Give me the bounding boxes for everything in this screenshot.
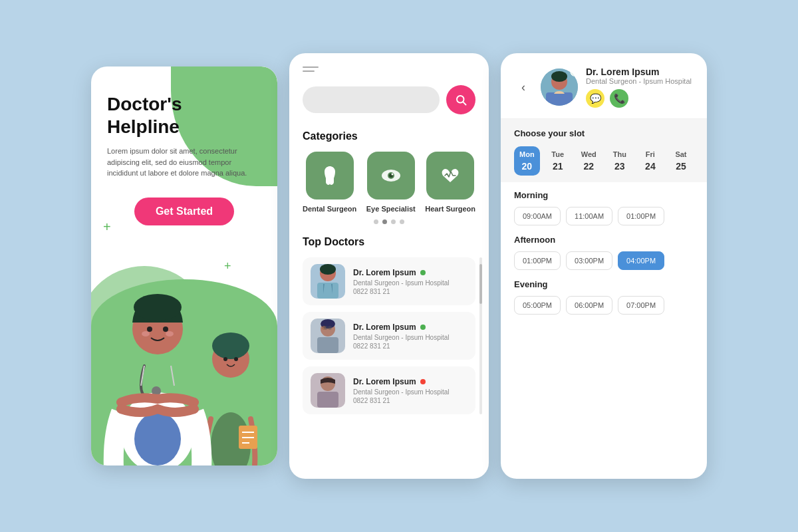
morning-slot-3[interactable]: 01:00PM — [618, 207, 664, 225]
svg-point-10 — [134, 412, 181, 466]
screen-3: ‹ Dr. Lorem Ipsum Dental Surgeo — [501, 53, 707, 479]
doctor-name-2: Dr. Lorem Ipsum — [353, 323, 416, 332]
get-started-button[interactable]: Get Started — [134, 198, 234, 225]
doctor-specialty-3: Dental Surgeon - Ipsum Hospital — [353, 388, 467, 396]
search-button[interactable] — [446, 85, 475, 114]
day-mon[interactable]: Mon 20 — [514, 146, 540, 176]
svg-rect-34 — [317, 392, 338, 408]
doc-info-header: Dr. Lorem Ipsum Dental Surgeon - Ipsum H… — [586, 66, 694, 108]
doctor-illustration — [91, 266, 277, 466]
doctor-phone-3: 0822 831 21 — [353, 397, 467, 404]
evening-slot-3[interactable]: 07:00PM — [618, 296, 664, 315]
doctor-phone-2: 0822 831 21 — [353, 342, 467, 350]
back-button[interactable]: ‹ — [514, 78, 533, 96]
day-num-tue: 21 — [553, 161, 563, 172]
svg-point-15 — [142, 331, 150, 336]
doctor-name-row-1: Dr. Lorem Ipsum — [353, 268, 467, 277]
day-num-sat: 25 — [676, 161, 686, 172]
day-label-mon: Mon — [519, 150, 535, 158]
doctor-name-row-2: Dr. Lorem Ipsum — [353, 323, 467, 332]
day-label-fri: Fri — [646, 150, 655, 158]
days-row: Mon 20 Tue 21 Wed 22 Thu 23 — [514, 146, 694, 176]
screen-2: Categories Dental Surgeon — [289, 53, 489, 479]
doctor-card-1[interactable]: Dr. Lorem Ipsum Dental Surgeon - Ipsum H… — [303, 257, 475, 305]
doctor-phone-1: 0822 831 21 — [353, 288, 467, 295]
doctor-name-3: Dr. Lorem Ipsum — [353, 377, 416, 386]
dental-label: Dental Surgeon — [303, 205, 356, 213]
choose-slot-section: Choose your slot Mon 20 Tue 21 Wed 22 — [501, 119, 707, 182]
dot-2 — [382, 219, 387, 224]
morning-slot-2[interactable]: 11:00AM — [566, 207, 612, 225]
svg-rect-38 — [546, 92, 573, 106]
time-section: Morning 09:00AM 11:00AM 01:00PM Afternoo… — [501, 182, 707, 315]
category-dental[interactable]: Dental Surgeon — [303, 152, 356, 213]
doctor-avatar-2 — [311, 319, 345, 353]
call-button[interactable]: 📞 — [610, 89, 628, 108]
day-label-thu: Thu — [613, 150, 626, 158]
categories-row: Dental Surgeon Eye Specialist — [303, 152, 475, 213]
heart-icon-box — [426, 152, 474, 200]
category-heart[interactable]: Heart Surgeon — [425, 152, 475, 213]
screens-container: Doctor'sHelpline Lorem ipsum dolor sit a… — [71, 27, 727, 505]
day-tue[interactable]: Tue 21 — [545, 146, 571, 176]
category-eye[interactable]: Eye Specialist — [366, 152, 416, 213]
day-label-sat: Sat — [675, 150, 686, 158]
status-dot-2 — [420, 325, 426, 330]
day-label-tue: Tue — [551, 150, 564, 158]
day-wed[interactable]: Wed 22 — [576, 146, 602, 176]
screen2-inner: Categories Dental Surgeon — [289, 53, 489, 479]
svg-point-31 — [324, 326, 328, 330]
svg-point-12 — [134, 294, 182, 321]
screen1-content: Doctor'sHelpline Lorem ipsum dolor sit a… — [91, 66, 277, 241]
doctor-avatar-1 — [311, 264, 345, 299]
svg-point-25 — [320, 264, 336, 275]
afternoon-slot-3[interactable]: 04:00PM — [618, 251, 664, 270]
svg-point-16 — [166, 331, 174, 336]
doctor-info-3: Dr. Lorem Ipsum Dental Surgeon - Ipsum H… — [353, 377, 467, 404]
doctor-card-3[interactable]: Dr. Lorem Ipsum Dental Surgeon - Ipsum H… — [303, 366, 475, 414]
doctor-card-2[interactable]: Dr. Lorem Ipsum Dental Surgeon - Ipsum H… — [303, 312, 475, 360]
top-doctors-section: Dr. Lorem Ipsum Dental Surgeon - Ipsum H… — [303, 257, 475, 414]
morning-slot-1[interactable]: 09:00AM — [514, 207, 561, 225]
dot-3 — [391, 219, 396, 224]
afternoon-slot-2[interactable]: 03:00PM — [566, 251, 612, 270]
heart-label: Heart Surgeon — [425, 205, 475, 213]
dental-icon-box — [306, 152, 354, 200]
scrollbar[interactable] — [479, 257, 482, 414]
search-input[interactable] — [303, 86, 440, 113]
doctor-name-1: Dr. Lorem Ipsum — [353, 268, 416, 277]
evening-slot-2[interactable]: 06:00PM — [566, 296, 612, 315]
eye-label: Eye Specialist — [366, 205, 416, 213]
svg-line-19 — [463, 102, 466, 104]
screen-1: Doctor'sHelpline Lorem ipsum dolor sit a… — [91, 66, 277, 466]
day-fri[interactable]: Fri 24 — [638, 146, 663, 176]
hamburger-menu-icon[interactable] — [303, 66, 475, 72]
svg-point-23 — [391, 174, 393, 176]
svg-rect-26 — [317, 283, 338, 299]
chat-button[interactable]: 💬 — [586, 89, 604, 108]
day-num-fri: 24 — [645, 161, 656, 172]
svg-point-37 — [551, 71, 567, 82]
afternoon-slot-1[interactable]: 01:00PM — [514, 251, 561, 270]
screen3-inner: ‹ Dr. Lorem Ipsum Dental Surgeo — [501, 53, 707, 479]
choose-slot-title: Choose your slot — [514, 128, 694, 138]
search-row — [303, 85, 475, 114]
doctors-list: Dr. Lorem Ipsum Dental Surgeon - Ipsum H… — [303, 257, 475, 414]
day-sat[interactable]: Sat 25 — [668, 146, 694, 176]
day-num-thu: 23 — [614, 161, 625, 172]
doc-specialty-header: Dental Surgeon - Ipsum Hospital — [586, 77, 694, 85]
doc-actions: 💬 📞 — [586, 89, 694, 108]
evening-slot-1[interactable]: 05:00PM — [514, 296, 561, 315]
svg-rect-30 — [317, 337, 338, 353]
evening-title: Evening — [514, 279, 694, 289]
doctor-info-2: Dr. Lorem Ipsum Dental Surgeon - Ipsum H… — [353, 323, 467, 350]
afternoon-title: Afternoon — [514, 235, 694, 245]
dot-1 — [374, 219, 378, 224]
day-thu[interactable]: Thu 23 — [607, 146, 632, 176]
doctor-name-row-3: Dr. Lorem Ipsum — [353, 377, 467, 386]
day-num-mon: 20 — [522, 161, 533, 172]
svg-point-3 — [223, 357, 227, 361]
plus-icon-1: + — [103, 219, 111, 235]
svg-point-2 — [212, 332, 249, 359]
day-label-wed: Wed — [581, 150, 597, 158]
